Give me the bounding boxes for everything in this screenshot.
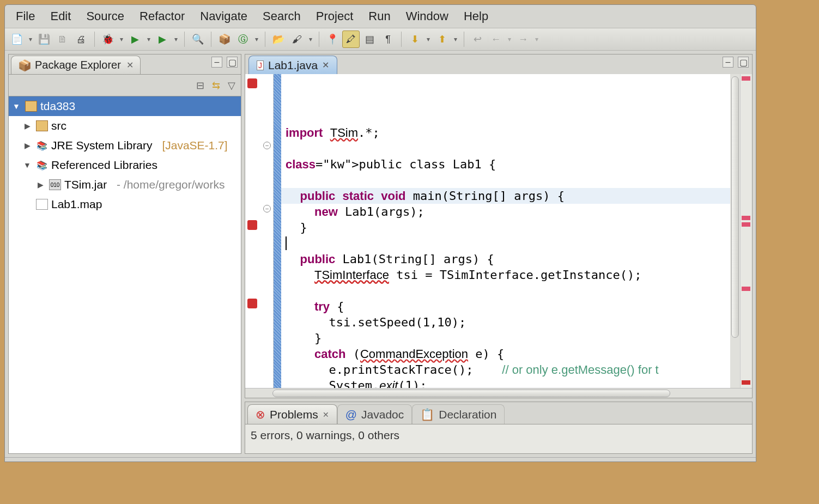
open-task-icon[interactable]: 📂 — [270, 31, 287, 48]
new-icon[interactable]: 📄 — [8, 31, 26, 48]
pe-toolbar: ⊟ ⇆ ▽ — [9, 74, 241, 96]
view-menu-icon[interactable]: ▽ — [228, 80, 235, 92]
eclipse-window: File Edit Source Refactor Navigate Searc… — [4, 4, 756, 462]
scrollbar-horizontal[interactable] — [245, 388, 752, 398]
code-editor[interactable]: import TSim.*; class="kw">public class L… — [281, 74, 730, 388]
open-type-icon[interactable]: 🔍 — [189, 31, 207, 48]
save-icon[interactable]: 💾 — [35, 31, 53, 48]
change-bar — [274, 74, 281, 388]
chevron-right-icon[interactable]: ▶ — [22, 122, 33, 130]
close-icon[interactable]: ✕ — [322, 60, 329, 70]
file-icon — [36, 199, 48, 210]
menu-file[interactable]: File — [8, 7, 43, 26]
editor-tabrow: J Lab1.java ✕ – ▢ — [245, 54, 752, 74]
maximize-icon[interactable]: ▢ — [738, 57, 749, 68]
tree-src[interactable]: ▶ src — [9, 116, 241, 136]
toggle-ws-icon[interactable]: ¶ — [379, 31, 397, 48]
run-ext-icon[interactable]: ▶ — [154, 31, 171, 48]
tree-jar[interactable]: ▶ 010 TSim.jar - /home/gregor/works — [9, 175, 241, 195]
tree-jre[interactable]: ▶ 📚 JRE System Library [JavaSE-1.7] — [9, 136, 241, 155]
toggle-highlight-icon[interactable]: 🖍 — [342, 31, 360, 48]
menubar: File Edit Source Refactor Navigate Searc… — [5, 5, 756, 28]
menu-help[interactable]: Help — [456, 7, 496, 26]
run-dropdown[interactable]: ▾ — [145, 35, 153, 43]
link-editor-icon[interactable]: ⇆ — [212, 80, 220, 92]
tree-map[interactable]: Lab1.map — [9, 195, 241, 214]
save-all-icon[interactable]: 🗎 — [54, 31, 71, 48]
library-icon: 📚 — [36, 160, 48, 171]
minimize-icon[interactable]: – — [723, 57, 733, 68]
toggle-block-icon[interactable]: ▤ — [361, 31, 378, 48]
minimize-icon[interactable]: – — [211, 57, 222, 68]
menu-refactor[interactable]: Refactor — [132, 7, 192, 26]
error-marker-icon[interactable] — [247, 220, 257, 230]
tab-problems[interactable]: ⊗ Problems ✕ — [247, 404, 337, 424]
tab-javadoc[interactable]: @ Javadoc — [337, 404, 412, 424]
new-class-dropdown[interactable]: ▾ — [253, 35, 260, 43]
back-icon[interactable]: ← — [487, 31, 505, 48]
editor-panel: J Lab1.java ✕ – ▢ – – — [245, 54, 753, 398]
tab-declaration-label: Declaration — [439, 408, 496, 421]
toggle-mark-icon[interactable]: 📍 — [324, 31, 341, 48]
problems-tabrow: ⊗ Problems ✕ @ Javadoc 📋 Declaration — [245, 402, 752, 424]
next-ann-dropdown[interactable]: ▾ — [452, 35, 459, 43]
chevron-down-icon[interactable]: ▼ — [11, 102, 22, 111]
gutter[interactable]: – – — [245, 74, 274, 388]
new-class-icon[interactable]: Ⓖ — [234, 31, 252, 48]
new-package-icon[interactable]: 📦 — [216, 31, 233, 48]
java-file-icon: J — [257, 60, 264, 70]
close-icon[interactable]: ✕ — [323, 410, 329, 419]
tree-reflib[interactable]: ▼ 📚 Referenced Libraries — [9, 155, 241, 175]
chevron-down-icon[interactable]: ▼ — [22, 161, 33, 169]
editor-tab-label: Lab1.java — [268, 59, 318, 72]
close-icon[interactable]: ✕ — [126, 60, 134, 70]
library-icon: 📚 — [36, 140, 48, 151]
error-marker-icon[interactable] — [247, 299, 257, 308]
run-ext-dropdown[interactable]: ▾ — [172, 35, 180, 43]
tree-jar-path: - /home/gregor/works — [117, 178, 225, 191]
debug-dropdown[interactable]: ▾ — [118, 35, 125, 43]
menu-navigate[interactable]: Navigate — [192, 7, 255, 26]
fold-icon[interactable]: – — [263, 205, 271, 212]
menu-window[interactable]: Window — [398, 7, 456, 26]
error-marker-icon[interactable] — [247, 78, 257, 88]
fwd-icon[interactable]: → — [514, 31, 532, 48]
tree-project[interactable]: ▼ tda383 — [9, 96, 241, 116]
menu-edit[interactable]: Edit — [43, 7, 78, 26]
chevron-right-icon[interactable]: ▶ — [35, 180, 46, 189]
collapse-all-icon[interactable]: ⊟ — [196, 80, 204, 92]
prev-ann-dropdown[interactable]: ▾ — [424, 35, 432, 43]
maximize-icon[interactable]: ▢ — [227, 57, 238, 68]
src-folder-icon — [36, 120, 48, 131]
fwd-dropdown[interactable]: ▾ — [533, 35, 541, 43]
search-dropdown[interactable]: ▾ — [307, 35, 314, 43]
problems-summary: 5 errors, 0 warnings, 0 others — [245, 424, 752, 453]
debug-icon[interactable]: 🐞 — [99, 31, 117, 48]
scrollbar-vertical[interactable] — [730, 74, 740, 388]
pe-tab[interactable]: 📦 Package Explorer ✕ — [11, 56, 141, 74]
editor-tab[interactable]: J Lab1.java ✕ — [248, 56, 337, 74]
back-dropdown[interactable]: ▾ — [506, 35, 513, 43]
menu-project[interactable]: Project — [308, 7, 361, 26]
statusbar — [5, 457, 756, 462]
declaration-icon: 📋 — [420, 408, 434, 421]
search-icon2[interactable]: 🖌 — [288, 31, 306, 48]
code-area: – – import TSim.*; class="kw">public cla… — [245, 74, 752, 388]
overview-ruler[interactable] — [740, 74, 752, 388]
tree-jre-version: [JavaSE-1.7] — [162, 139, 227, 152]
tab-declaration[interactable]: 📋 Declaration — [412, 404, 505, 424]
print-icon[interactable]: 🖨 — [72, 31, 90, 48]
menu-search[interactable]: Search — [255, 7, 308, 26]
chevron-right-icon[interactable]: ▶ — [22, 141, 33, 150]
next-annotation-icon[interactable]: ⬆ — [433, 31, 451, 48]
tree-reflib-label: Referenced Libraries — [51, 159, 157, 172]
pe-tab-label: Package Explorer — [35, 59, 121, 71]
run-icon[interactable]: ▶ — [126, 31, 144, 48]
project-tree[interactable]: ▼ tda383 ▶ src ▶ 📚 JRE System Library [J… — [9, 96, 241, 453]
menu-run[interactable]: Run — [361, 7, 398, 26]
new-dropdown[interactable]: ▾ — [27, 35, 34, 43]
menu-source[interactable]: Source — [78, 7, 132, 26]
prev-annotation-icon[interactable]: ⬇ — [406, 31, 423, 48]
fold-icon[interactable]: – — [263, 142, 271, 149]
back-history-icon[interactable]: ↩ — [469, 31, 486, 48]
